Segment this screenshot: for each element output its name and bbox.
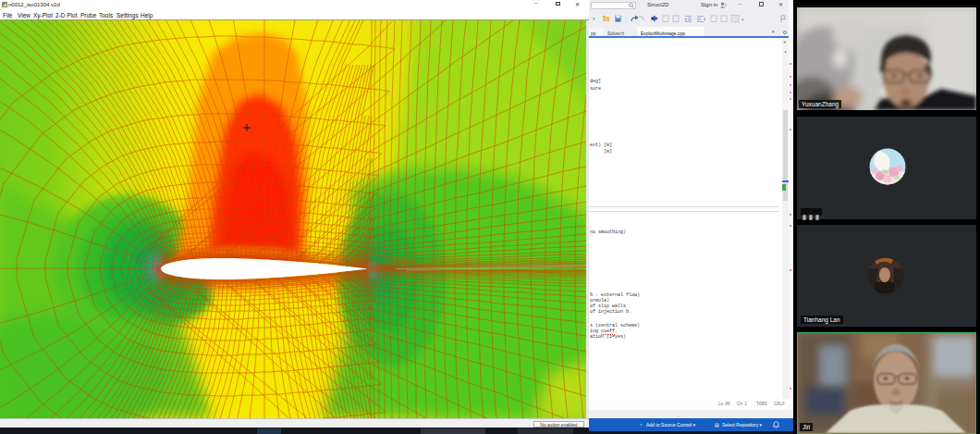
svg-text:▾: ▾ bbox=[593, 16, 595, 21]
svg-text:▾: ▾ bbox=[741, 17, 744, 22]
svg-text:⋮: ⋮ bbox=[623, 18, 629, 23]
